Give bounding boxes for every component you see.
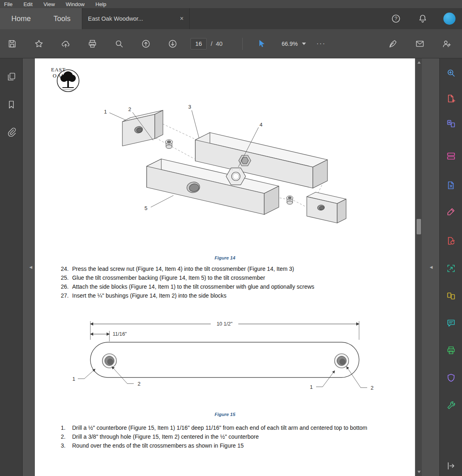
menu-bar: File Edit View Window Help [0, 0, 462, 8]
prepare-form-button[interactable] [444, 179, 458, 191]
envelope-icon [415, 39, 425, 49]
comment-button[interactable] [444, 317, 458, 329]
figure-15-caption: Figure 15 [35, 412, 415, 417]
export-pdf-button[interactable] [444, 118, 458, 130]
save-icon [7, 39, 17, 49]
tab-bar: Home Tools East Oak Woodwor... × ? [0, 8, 462, 29]
cursor-pointer-icon [257, 39, 266, 49]
toolbar-divider [242, 38, 243, 50]
figure-14-caption: Figure 14 [35, 255, 415, 260]
page-navigation: / 40 [190, 38, 230, 49]
assembly-steps-14: 24.Press the lead screw nut (Figure 14, … [61, 264, 389, 300]
more-tools-button[interactable]: ··· [317, 40, 326, 48]
add-user-icon [442, 39, 451, 49]
tab-home[interactable]: Home [0, 8, 42, 29]
east-oak-logo: EAST OAK [50, 64, 81, 97]
page-thumbnails-icon [6, 72, 16, 81]
menu-file[interactable]: File [4, 1, 13, 7]
more-tools-rail-button[interactable] [444, 399, 458, 412]
paperclip-icon [6, 127, 16, 137]
fig15-callout-right-2: 2 [370, 385, 373, 391]
favorite-button[interactable] [30, 35, 48, 53]
tools-panel-rail [439, 58, 462, 476]
svg-text:EAST: EAST [51, 66, 66, 73]
expand-pane-icon [446, 461, 456, 471]
collapse-left-panel-icon[interactable]: ◄ [28, 263, 34, 272]
help-icon: ? [391, 14, 401, 24]
create-pdf-button[interactable] [444, 92, 458, 105]
page-thumbnails-button[interactable] [4, 71, 19, 83]
step-row: 3.Round over the ends of the tilt crossm… [61, 441, 389, 450]
share-with-people-button[interactable] [438, 35, 456, 53]
request-signatures-button[interactable] [444, 235, 458, 247]
fig14-callout-5: 5 [144, 205, 147, 211]
email-share-button[interactable] [411, 35, 429, 53]
fig15-dim-offset: 11/16" [113, 331, 127, 337]
search-tools-button[interactable] [444, 67, 458, 79]
print-icon [88, 39, 97, 49]
step-row: 26.Attach the side blocks (Figure 14, It… [61, 282, 389, 291]
star-icon [34, 39, 44, 49]
save-button[interactable] [3, 35, 21, 53]
figure-14-drawing: 1 2 3 4 5 [94, 101, 370, 255]
tab-document[interactable]: East Oak Woodwor... × [82, 8, 190, 29]
organize-pages-button[interactable] [444, 150, 458, 162]
scan-ocr-button[interactable] [444, 262, 458, 274]
svg-text:?: ? [395, 16, 398, 21]
selection-tool-button[interactable] [252, 35, 270, 53]
drilling-steps-15: 1.Drill a ½" counterbore (Figure 15, Ite… [61, 423, 389, 450]
menu-window[interactable]: Window [66, 1, 84, 7]
menu-help[interactable]: Help [96, 1, 107, 7]
print-production-button[interactable] [444, 344, 458, 356]
scan-crop-icon [446, 264, 456, 273]
scroll-up-icon[interactable] [416, 59, 422, 66]
fill-sign-button[interactable] [444, 206, 458, 218]
print-button[interactable] [83, 35, 101, 53]
fig14-callout-1: 1 [104, 109, 107, 115]
bell-icon [418, 14, 428, 24]
fig15-callout-left-2: 2 [137, 381, 140, 387]
previous-page-button[interactable] [137, 35, 155, 53]
fig15-dim-overall: 10 1/2" [216, 321, 232, 327]
notifications-button[interactable] [417, 13, 429, 25]
close-tab-icon[interactable]: × [180, 15, 184, 22]
pen-icon [446, 207, 456, 217]
step-row: 1.Drill a ½" counterbore (Figure 15, Ite… [61, 423, 389, 432]
help-button[interactable]: ? [390, 13, 402, 25]
comment-bubble-icon [446, 318, 456, 328]
organize-pages-icon [446, 151, 456, 161]
tab-tools[interactable]: Tools [42, 8, 82, 29]
find-button[interactable] [110, 35, 128, 53]
arrow-down-circle-icon [168, 39, 178, 49]
menu-edit[interactable]: Edit [24, 1, 32, 7]
attachments-button[interactable] [4, 126, 19, 138]
scroll-down-icon[interactable] [416, 469, 422, 475]
compare-documents-icon [446, 291, 456, 301]
next-page-button[interactable] [164, 35, 182, 53]
open-tools-pane-button[interactable] [444, 460, 458, 472]
search-tools-icon [446, 68, 456, 78]
compare-files-button[interactable] [444, 290, 458, 302]
vertical-scrollbar[interactable] [416, 58, 422, 476]
scrollbar-thumb[interactable] [417, 219, 421, 234]
svg-text:OAK: OAK [53, 73, 66, 79]
wrench-icon [446, 401, 456, 410]
sign-document-button[interactable] [384, 35, 402, 53]
step-row: 24.Press the lead screw nut (Figure 14, … [61, 264, 389, 273]
menu-view[interactable]: View [43, 1, 55, 7]
fig14-callout-3: 3 [188, 104, 191, 110]
main-toolbar: / 40 66.9% ··· [0, 29, 462, 58]
document-refresh-icon [446, 236, 456, 246]
toolbar-right [384, 35, 462, 53]
search-icon [114, 39, 124, 49]
user-avatar[interactable] [443, 13, 456, 25]
collapse-right-panel-icon[interactable]: ◄ [428, 263, 434, 272]
bookmarks-button[interactable] [4, 99, 19, 111]
page-count: / 40 [211, 40, 230, 47]
protect-button[interactable] [444, 372, 458, 384]
fig14-callout-4: 4 [259, 122, 262, 128]
zoom-control[interactable]: 66.9% [282, 41, 306, 47]
fig15-callout-right-1: 1 [310, 384, 312, 390]
share-cloud-button[interactable] [57, 35, 75, 53]
page-number-input[interactable] [190, 38, 207, 49]
